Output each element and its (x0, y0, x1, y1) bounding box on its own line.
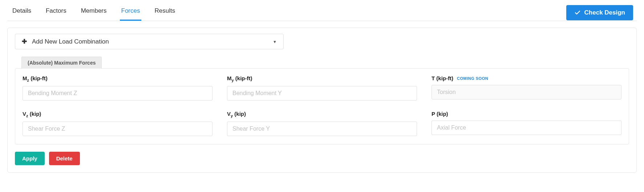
topbar: Details Factors Members Forces Results C… (7, 0, 637, 21)
main-tabs: Details Factors Members Forces Results (11, 4, 177, 21)
input-vz[interactable] (23, 122, 212, 136)
field-vy: Vy (kip) (227, 111, 417, 136)
action-buttons: Apply Delete (15, 152, 629, 165)
field-p: P (kip) (432, 111, 621, 136)
input-mz[interactable] (23, 86, 212, 101)
tab-members[interactable]: Members (80, 4, 108, 21)
subtab-row: (Absolute) Maximum Forces (21, 57, 629, 69)
field-vz: Vz (kip) (23, 111, 212, 136)
label-vy: Vy (kip) (227, 111, 417, 118)
tab-forces[interactable]: Forces (120, 4, 142, 21)
field-my: My (kip-ft) (227, 75, 417, 101)
check-design-label: Check Design (584, 9, 625, 16)
delete-button[interactable]: Delete (49, 152, 80, 165)
input-my[interactable] (227, 86, 417, 101)
plus-icon: ✚ (22, 38, 27, 45)
tab-factors[interactable]: Factors (44, 4, 68, 21)
field-mz: Mz (kip-ft) (23, 75, 212, 101)
label-p: P (kip) (432, 111, 621, 117)
label-mz: Mz (kip-ft) (23, 75, 212, 82)
tab-details[interactable]: Details (11, 4, 33, 21)
input-p[interactable] (432, 120, 621, 135)
field-t: T (kip-ft) COMING SOON (432, 75, 621, 101)
check-design-button[interactable]: Check Design (566, 5, 633, 20)
main-panel: ✚ Add New Load Combination ▼ (Absolute) … (7, 28, 637, 173)
add-load-combination-dropdown[interactable]: ✚ Add New Load Combination ▼ (15, 34, 284, 49)
coming-soon-badge: COMING SOON (457, 76, 488, 81)
input-t (432, 85, 621, 99)
label-my: My (kip-ft) (227, 75, 417, 82)
forces-form: Mz (kip-ft) My (kip-ft) T (kip-ft) COMIN… (15, 68, 629, 144)
divider (7, 21, 637, 21)
label-vz: Vz (kip) (23, 111, 212, 118)
tab-results[interactable]: Results (153, 4, 177, 21)
label-t: T (kip-ft) COMING SOON (432, 75, 621, 81)
apply-button[interactable]: Apply (15, 152, 45, 165)
check-icon (574, 9, 581, 16)
subtab-max-forces[interactable]: (Absolute) Maximum Forces (21, 57, 102, 69)
caret-down-icon: ▼ (273, 40, 277, 44)
add-combo-label: Add New Load Combination (32, 38, 109, 45)
input-vy[interactable] (227, 122, 417, 136)
